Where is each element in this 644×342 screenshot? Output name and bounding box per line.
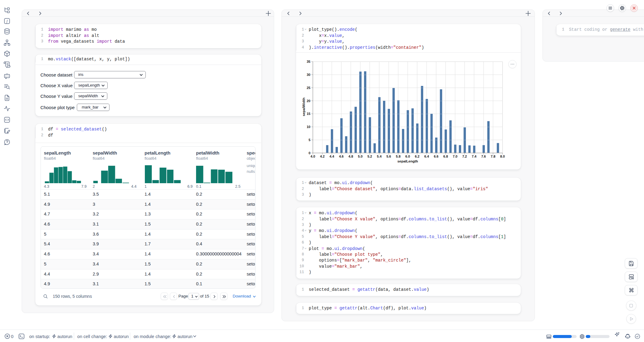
- svg-text:7.0: 7.0: [453, 155, 457, 158]
- svg-text:4.0: 4.0: [310, 155, 315, 158]
- svg-text:7.6: 7.6: [481, 155, 486, 158]
- svg-text:7.4: 7.4: [472, 155, 477, 158]
- svg-text:35: 35: [307, 60, 310, 63]
- svg-text:7.8: 7.8: [491, 155, 495, 158]
- svg-text:4.4: 4.4: [330, 155, 335, 158]
- svg-text:6.2: 6.2: [415, 155, 419, 158]
- svg-text:25: 25: [307, 86, 310, 90]
- svg-text:5.6: 5.6: [386, 155, 391, 158]
- svg-text:sepalWidth: sepalWidth: [302, 98, 306, 116]
- svg-text:4.8: 4.8: [349, 155, 353, 158]
- svg-text:6.4: 6.4: [424, 155, 429, 158]
- svg-text:f: f: [6, 19, 8, 23]
- svg-text:5.8: 5.8: [396, 155, 400, 158]
- svg-text:20: 20: [307, 99, 310, 103]
- svg-text:5.4: 5.4: [377, 155, 382, 158]
- svg-text:4.2: 4.2: [320, 155, 324, 158]
- svg-text:10: 10: [307, 125, 310, 129]
- svg-text:4.6: 4.6: [339, 155, 344, 158]
- svg-text:5.0: 5.0: [358, 155, 363, 158]
- svg-text:6.0: 6.0: [405, 155, 410, 158]
- svg-text:0: 0: [309, 151, 310, 155]
- svg-text:15: 15: [307, 112, 310, 116]
- svg-text:6.6: 6.6: [434, 155, 438, 158]
- svg-text:6.8: 6.8: [443, 155, 448, 158]
- svg-text:30: 30: [307, 73, 310, 77]
- svg-text:5.2: 5.2: [367, 155, 372, 158]
- svg-text:7.2: 7.2: [462, 155, 467, 158]
- svg-text:8.0: 8.0: [500, 155, 505, 158]
- svg-text:5: 5: [309, 138, 310, 142]
- svg-text:sepalLength: sepalLength: [397, 159, 418, 163]
